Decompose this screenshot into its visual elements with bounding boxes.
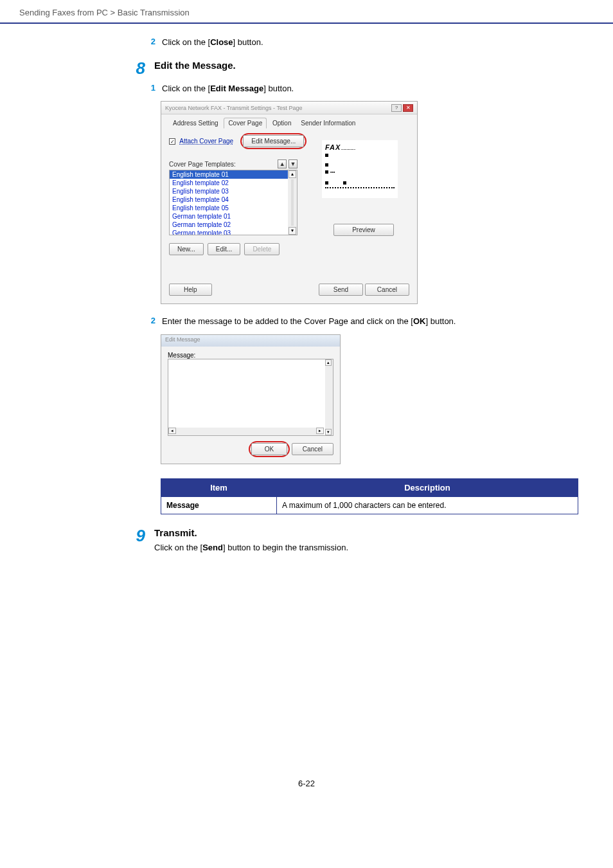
step-title-8: Edit the Message.	[154, 60, 236, 71]
attach-cover-page-checkbox[interactable]: ✓	[169, 138, 175, 145]
list-item[interactable]: German template 01	[170, 212, 297, 221]
templates-label: Cover Page Templates:	[169, 161, 236, 168]
scroll-down-icon[interactable]: ▾	[325, 429, 332, 435]
scroll-down-icon[interactable]: ▾	[289, 227, 296, 235]
move-up-icon[interactable]: ▲	[278, 159, 287, 168]
substep-text: Click on the [Close] button.	[162, 37, 263, 48]
cancel-button[interactable]: Cancel	[292, 443, 333, 455]
edit-message-button[interactable]: Edit Message...	[243, 135, 304, 147]
close-icon[interactable]: ✕	[403, 104, 413, 112]
page-number: 6-22	[19, 779, 594, 801]
substep-number: 2	[147, 316, 155, 325]
scroll-left-icon[interactable]: ◂	[168, 428, 176, 434]
substep-text: Click on the [Edit Message] button.	[162, 83, 294, 95]
window-help-icon[interactable]: ?	[391, 104, 402, 112]
message-textarea[interactable]: ▴ ▾ ◂ ▸	[168, 359, 333, 436]
tab-option[interactable]: Option	[269, 118, 295, 128]
scrollbar[interactable]: ◂ ▸	[168, 428, 324, 435]
substep-number: 2	[147, 37, 155, 46]
list-item[interactable]: English template 01	[170, 170, 297, 179]
message-label: Message:	[168, 352, 333, 359]
dialog-title: Kyocera Network FAX - Transmit Settings …	[165, 105, 302, 111]
list-item[interactable]: German template 03	[170, 229, 297, 235]
delete-button[interactable]: Delete	[244, 243, 280, 255]
table-header-item: Item	[161, 478, 277, 496]
cover-page-preview: FAX.................. ▪▪▪	[322, 140, 398, 198]
list-item[interactable]: English template 04	[170, 195, 297, 204]
scroll-up-icon[interactable]: ▴	[289, 170, 296, 178]
breadcrumb: Sending Faxes from PC > Basic Transmissi…	[0, 0, 613, 24]
edit-message-dialog: Edit Message Message: ▴ ▾ ◂ ▸	[161, 334, 341, 464]
list-item[interactable]: German template 02	[170, 221, 297, 229]
new-button[interactable]: New...	[169, 243, 204, 255]
substep-number: 1	[147, 83, 155, 93]
ok-button[interactable]: OK	[251, 443, 287, 455]
step-9-body: Click on the [Send] button to begin the …	[154, 542, 348, 554]
dialog-title: Edit Message	[161, 335, 340, 347]
tabs: Address Setting Cover Page Option Sender…	[169, 120, 409, 127]
tab-sender-information[interactable]: Sender Information	[297, 118, 359, 128]
list-item[interactable]: English template 05	[170, 204, 297, 212]
highlight-oval: Edit Message...	[240, 133, 306, 149]
table-header-description: Description	[277, 478, 578, 496]
step-number-8: 8	[129, 60, 145, 77]
transmit-settings-dialog: Kyocera Network FAX - Transmit Settings …	[161, 101, 418, 304]
templates-listbox[interactable]: English template 01 English template 02 …	[169, 170, 298, 235]
tab-address-setting[interactable]: Address Setting	[169, 118, 222, 128]
cancel-button[interactable]: Cancel	[365, 284, 409, 296]
table-cell-item: Message	[161, 496, 277, 514]
substep-text: Enter the message to be added to the Cov…	[162, 316, 456, 327]
description-table: Item Description Message A maximum of 1,…	[161, 478, 578, 514]
list-item[interactable]: English template 02	[170, 179, 297, 187]
scrollbar[interactable]: ▴ ▾	[325, 359, 333, 435]
send-button[interactable]: Send	[319, 284, 363, 296]
highlight-oval: OK	[249, 441, 290, 457]
edit-button[interactable]: Edit...	[208, 243, 241, 255]
scroll-right-icon[interactable]: ▸	[316, 428, 324, 434]
scrollbar[interactable]: ▴ ▾	[288, 170, 297, 235]
help-button[interactable]: Help	[169, 284, 212, 296]
step-title-9: Transmit.	[154, 527, 348, 538]
step-number-9: 9	[129, 527, 145, 544]
preview-button[interactable]: Preview	[333, 224, 394, 236]
list-item[interactable]: English template 03	[170, 187, 297, 195]
table-cell-description: A maximum of 1,000 characters can be ent…	[277, 496, 578, 514]
table-row: Message A maximum of 1,000 characters ca…	[161, 496, 578, 514]
attach-cover-page-label: Attach Cover Page	[179, 138, 233, 145]
scroll-up-icon[interactable]: ▴	[325, 359, 332, 366]
tab-cover-page[interactable]: Cover Page	[224, 118, 267, 129]
move-down-icon[interactable]: ▼	[289, 159, 298, 168]
